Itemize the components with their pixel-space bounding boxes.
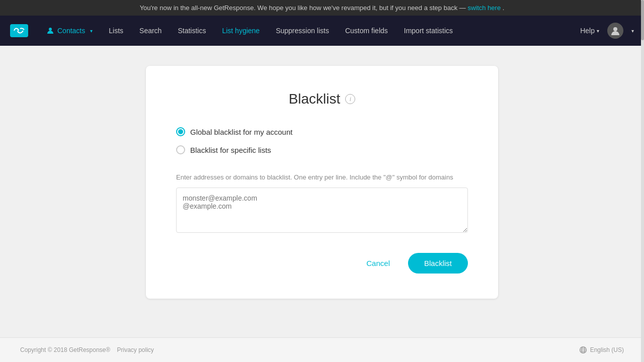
card-title-row: Blacklist i bbox=[176, 91, 468, 107]
language-selector[interactable]: English (US) bbox=[590, 346, 624, 353]
globe-icon bbox=[579, 346, 587, 354]
radio-global-label: Global blacklist for my account bbox=[190, 128, 292, 136]
nav-right: Help ▾ ▾ bbox=[580, 23, 634, 39]
navbar: Contacts ▾ Lists Search Statistics List … bbox=[0, 16, 644, 46]
nav-statistics[interactable]: Statistics bbox=[170, 16, 214, 46]
cancel-button[interactable]: Cancel bbox=[358, 254, 398, 273]
textarea-label: Enter addresses or domains to blacklist.… bbox=[176, 172, 468, 183]
card-title: Blacklist bbox=[289, 91, 341, 107]
radio-specific[interactable]: Blacklist for specific lists bbox=[176, 145, 468, 154]
copyright-text: Copyright © 2018 GetResponse® bbox=[20, 346, 110, 353]
radio-global[interactable]: Global blacklist for my account bbox=[176, 127, 468, 136]
announcement-period: . bbox=[503, 4, 505, 12]
help-chevron: ▾ bbox=[597, 28, 599, 34]
announcement-text: You're now in the all-new GetResponse. W… bbox=[140, 4, 466, 12]
radio-group: Global blacklist for my account Blacklis… bbox=[176, 127, 468, 154]
radio-specific-label: Blacklist for specific lists bbox=[190, 146, 271, 154]
radio-specific-input[interactable] bbox=[176, 145, 185, 154]
blacklist-button[interactable]: Blacklist bbox=[408, 253, 468, 274]
announcement-bar: You're now in the all-new GetResponse. W… bbox=[0, 0, 644, 16]
nav-import-statistics[interactable]: Import statistics bbox=[396, 16, 461, 46]
nav-items: Contacts ▾ Lists Search Statistics List … bbox=[38, 16, 580, 46]
logo-icon bbox=[10, 24, 28, 37]
svg-point-0 bbox=[49, 28, 52, 31]
nav-custom-fields[interactable]: Custom fields bbox=[337, 16, 396, 46]
card-actions: Cancel Blacklist bbox=[176, 253, 468, 274]
nav-contacts[interactable]: Contacts ▾ bbox=[38, 16, 101, 46]
scrollbar-thumb[interactable] bbox=[641, 0, 644, 40]
footer-right: English (US) bbox=[579, 346, 624, 354]
blacklist-textarea[interactable] bbox=[176, 188, 468, 233]
info-icon[interactable]: i bbox=[345, 94, 355, 104]
scrollbar[interactable] bbox=[641, 0, 644, 362]
avatar-chevron: ▾ bbox=[631, 28, 634, 34]
nav-suppression-lists[interactable]: Suppression lists bbox=[268, 16, 337, 46]
help-button[interactable]: Help ▾ bbox=[580, 27, 599, 35]
svg-point-1 bbox=[613, 27, 617, 31]
footer: Copyright © 2018 GetResponse® Privacy po… bbox=[0, 337, 644, 362]
main-content: Blacklist i Global blacklist for my acco… bbox=[0, 46, 644, 337]
switch-here-link[interactable]: switch here bbox=[467, 4, 501, 12]
privacy-policy-link[interactable]: Privacy policy bbox=[117, 346, 153, 353]
logo[interactable] bbox=[10, 24, 28, 37]
blacklist-card: Blacklist i Global blacklist for my acco… bbox=[146, 66, 498, 299]
radio-global-input[interactable] bbox=[176, 127, 185, 136]
nav-search[interactable]: Search bbox=[131, 16, 170, 46]
contacts-chevron: ▾ bbox=[90, 28, 93, 34]
nav-lists[interactable]: Lists bbox=[101, 16, 131, 46]
footer-left: Copyright © 2018 GetResponse® Privacy po… bbox=[20, 346, 154, 353]
nav-list-hygiene[interactable]: List hygiene bbox=[214, 16, 268, 46]
avatar-button[interactable] bbox=[607, 23, 623, 39]
